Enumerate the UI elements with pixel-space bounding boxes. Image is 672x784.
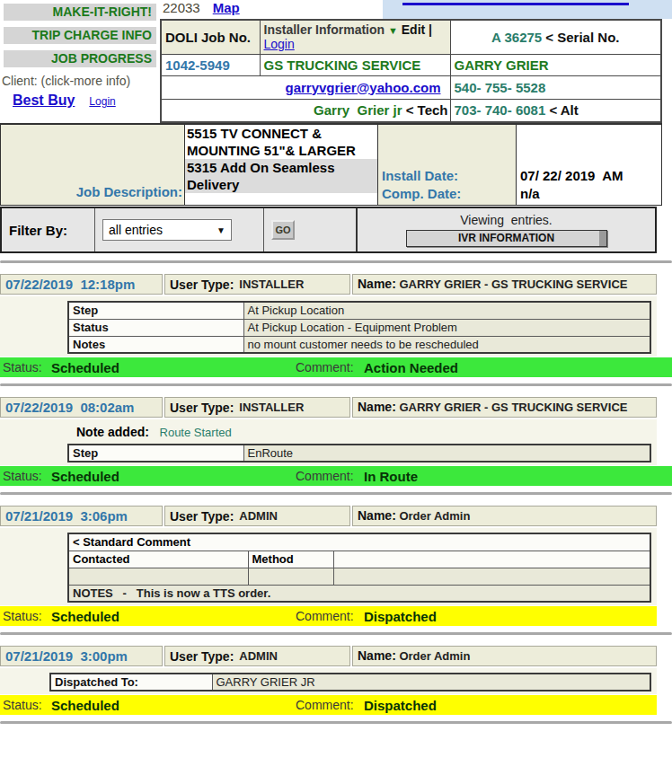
filter-by-label: Filter By: bbox=[2, 208, 95, 251]
user-type-value: INSTALLER bbox=[239, 401, 304, 414]
tech-cell: Garry Grier jr < Tech bbox=[161, 99, 450, 122]
comment-value: Action Needed bbox=[364, 360, 458, 375]
entry-timestamp: 07/22/2019 08:02am bbox=[0, 397, 163, 418]
job-description-section: Job Description: 5515 TV CONNECT & MOUNT… bbox=[0, 123, 662, 206]
primary-phone: 540- 755- 5528 bbox=[450, 75, 661, 99]
standard-comment-table: < Standard Comment Contacted Method NOTE… bbox=[67, 533, 651, 603]
comment-value: Dispatched bbox=[364, 698, 437, 713]
detail-row-value: EnRoute bbox=[243, 445, 650, 462]
filter-bar: Filter By: all entries ▼ GO Viewing entr… bbox=[0, 207, 657, 253]
email-cell: garryvgrier@yahoo.com bbox=[161, 75, 450, 99]
contacted-header: Contacted bbox=[68, 551, 248, 568]
detail-row-label: Step bbox=[68, 302, 243, 319]
comment-value: Dispatched bbox=[364, 609, 437, 624]
job-description-item: 5315 Add On Seamless Delivery bbox=[185, 159, 377, 193]
detail-row-label: Dispatched To: bbox=[50, 674, 212, 691]
installer-login-link[interactable]: Login bbox=[264, 37, 295, 51]
entries-filter-select[interactable]: all entries ▼ bbox=[102, 219, 232, 241]
entry-timestamp: 07/21/2019 3:06pm bbox=[0, 506, 163, 526]
entry-timestamp: 07/22/2019 12:18pm bbox=[0, 274, 163, 295]
user-type-label: User Type: bbox=[170, 509, 234, 524]
client-bestbuy-link[interactable]: Best Buy bbox=[13, 92, 75, 109]
client-label: Client: (click-more info) bbox=[2, 74, 160, 89]
entry-header: 07/22/2019 12:18pm User Type: INSTALLER … bbox=[0, 274, 657, 295]
installer-info-label: Installer Information bbox=[264, 22, 385, 37]
empty-header-cell bbox=[333, 551, 650, 568]
notes-line: NOTES - This is now a TTS order. bbox=[68, 585, 650, 602]
empty-cell bbox=[333, 568, 650, 585]
empty-cell bbox=[248, 568, 333, 585]
comp-date-label: Comp. Date: bbox=[382, 185, 516, 203]
name-value: GARRY GRIER - GS TRUCKING SERVICE bbox=[399, 277, 627, 291]
status-bar: Status: Scheduled Comment: In Route bbox=[0, 466, 672, 486]
status-label: Status: bbox=[3, 609, 51, 623]
comment-label: Comment: bbox=[296, 360, 364, 374]
detail-row-value: no mount customer needs to be reschedule… bbox=[243, 336, 650, 353]
name-value: Order Admin bbox=[399, 649, 470, 663]
name-label: Name: bbox=[358, 648, 396, 663]
entry-header: 07/21/2019 3:06pm User Type: ADMIN Name:… bbox=[0, 506, 657, 526]
user-type-label: User Type: bbox=[170, 401, 234, 415]
status-value: Scheduled bbox=[51, 469, 296, 484]
ivr-information-button[interactable]: IVR INFORMATION bbox=[406, 230, 607, 247]
note-added-label: Note added: bbox=[76, 425, 149, 439]
email-link[interactable]: garryvgrier@yahoo.com bbox=[285, 80, 440, 95]
status-value: Scheduled bbox=[51, 698, 296, 713]
detail-row-value: At Pickup Location bbox=[243, 302, 650, 319]
left-sidebar: MAKE-IT-RIGHT! TRIP CHARGE INFO JOB PROG… bbox=[0, 0, 160, 123]
client-login-link[interactable]: Login bbox=[89, 95, 115, 108]
contact-name: GARRY GRIER bbox=[450, 54, 661, 75]
method-header: Method bbox=[248, 551, 333, 568]
comment-label: Comment: bbox=[296, 469, 364, 483]
order-number: 22033 bbox=[163, 0, 200, 16]
user-type-label: User Type: bbox=[170, 649, 234, 664]
entry-detail-table: Dispatched To: GARRY GRIER JR bbox=[49, 673, 651, 692]
entry-detail-table: Step EnRoute bbox=[67, 444, 651, 462]
select-arrow-icon: ▼ bbox=[217, 225, 225, 235]
user-type-value: INSTALLER bbox=[239, 277, 304, 291]
status-label: Status: bbox=[3, 469, 51, 483]
note-added-value: Route Started bbox=[160, 426, 232, 439]
alt-phone: 703- 740- 6081 bbox=[455, 102, 546, 118]
user-type-value: ADMIN bbox=[239, 509, 278, 523]
detail-row-label: Notes bbox=[68, 336, 243, 353]
top-strip: 22033 Map bbox=[160, 0, 672, 19]
comp-date-value: n/a bbox=[520, 185, 661, 203]
log-entry: 07/21/2019 3:06pm User Type: ADMIN Name:… bbox=[0, 506, 672, 626]
installer-info-table: DOLI Job No. Installer Information ▼ Edi… bbox=[160, 19, 662, 123]
trip-charge-info-button[interactable]: TRIP CHARGE INFO bbox=[4, 27, 156, 44]
log-entry: 07/22/2019 08:02am User Type: INSTALLER … bbox=[0, 397, 672, 486]
detail-row-value: At Pickup Location - Equipment Problem bbox=[243, 319, 650, 336]
log-entry: 07/22/2019 12:18pm User Type: INSTALLER … bbox=[0, 274, 672, 377]
tech-label: < Tech bbox=[402, 102, 448, 118]
entry-detail-table: Step At Pickup Location Status At Pickup… bbox=[67, 301, 651, 354]
empty-cell bbox=[68, 568, 248, 585]
comment-label: Comment: bbox=[296, 698, 364, 712]
entry-body: Step At Pickup Location Status At Pickup… bbox=[0, 296, 657, 357]
standard-comment-header: < Standard Comment bbox=[68, 533, 650, 551]
entry-body: < Standard Comment Contacted Method NOTE… bbox=[0, 528, 657, 605]
job-progress-button[interactable]: JOB PROGRESS bbox=[4, 50, 156, 67]
entry-body: Note added: Route Started Step EnRoute bbox=[0, 419, 657, 465]
clipped-email-link[interactable] bbox=[402, 3, 629, 5]
user-type-label: User Type: bbox=[170, 277, 234, 292]
separator bbox=[0, 260, 672, 263]
status-label: Status: bbox=[3, 360, 51, 374]
installer-edit-link[interactable]: Edit | bbox=[402, 22, 432, 37]
viewing-entries-text: Viewing entries. bbox=[460, 213, 552, 227]
go-button[interactable]: GO bbox=[271, 220, 295, 240]
serial-cell: A 36275 < Serial No. bbox=[450, 20, 661, 54]
name-label: Name: bbox=[358, 277, 396, 291]
map-link[interactable]: Map bbox=[213, 0, 240, 16]
serial-number: A 36275 bbox=[491, 30, 542, 45]
clipped-top-region bbox=[383, 0, 672, 19]
user-type-value: ADMIN bbox=[239, 649, 278, 663]
doli-job-no-header: DOLI Job No. bbox=[161, 20, 260, 54]
make-it-right-button[interactable]: MAKE-IT-RIGHT! bbox=[4, 4, 156, 21]
alt-label: < Alt bbox=[545, 102, 579, 118]
name-label: Name: bbox=[358, 400, 396, 414]
status-value: Scheduled bbox=[51, 609, 296, 624]
detail-row-label: Step bbox=[68, 445, 243, 462]
status-label: Status: bbox=[3, 698, 51, 712]
status-value: Scheduled bbox=[51, 360, 296, 375]
